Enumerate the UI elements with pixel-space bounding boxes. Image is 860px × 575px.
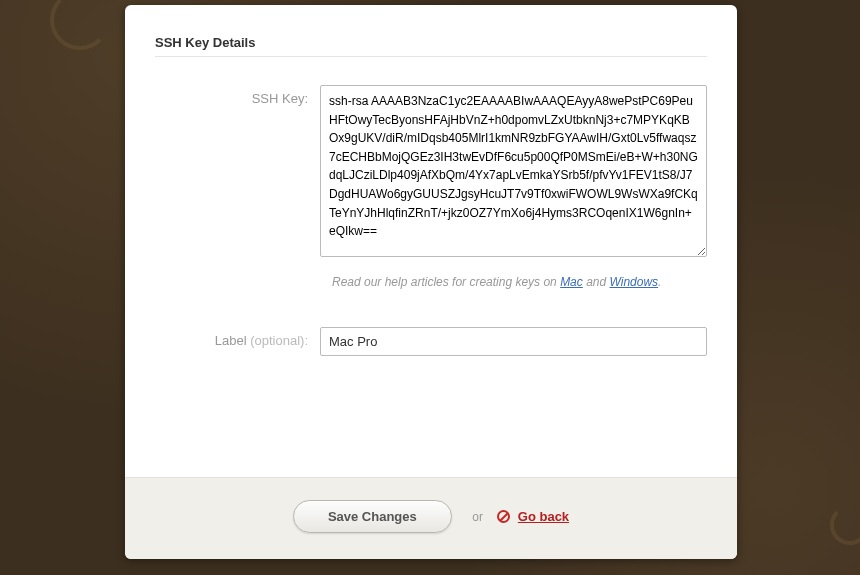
panel-footer: Save Changes or Go back <box>125 477 737 559</box>
ssh-key-field-wrap <box>320 85 707 261</box>
help-link-windows[interactable]: Windows <box>610 275 659 289</box>
ssh-key-row: SSH Key: <box>155 85 707 261</box>
help-text: Read our help articles for creating keys… <box>332 275 707 289</box>
label-label: Label (optional): <box>155 327 320 348</box>
panel-body: SSH Key Details SSH Key: Read our help a… <box>125 5 737 477</box>
ssh-key-panel: SSH Key Details SSH Key: Read our help a… <box>125 5 737 559</box>
label-field-wrap <box>320 327 707 356</box>
or-text: or <box>472 510 483 524</box>
help-mid: and <box>583 275 610 289</box>
help-prefix: Read our help articles for creating keys… <box>332 275 560 289</box>
label-label-text: Label <box>215 333 247 348</box>
ssh-key-textarea[interactable] <box>320 85 707 257</box>
label-optional: (optional): <box>250 333 308 348</box>
go-back-link[interactable]: Go back <box>518 509 569 524</box>
help-suffix: . <box>658 275 661 289</box>
save-button[interactable]: Save Changes <box>293 500 452 533</box>
help-link-mac[interactable]: Mac <box>560 275 583 289</box>
label-input[interactable] <box>320 327 707 356</box>
section-title: SSH Key Details <box>155 35 707 57</box>
label-row: Label (optional): <box>155 327 707 356</box>
prohibited-icon <box>497 510 510 523</box>
ssh-key-label: SSH Key: <box>155 85 320 106</box>
